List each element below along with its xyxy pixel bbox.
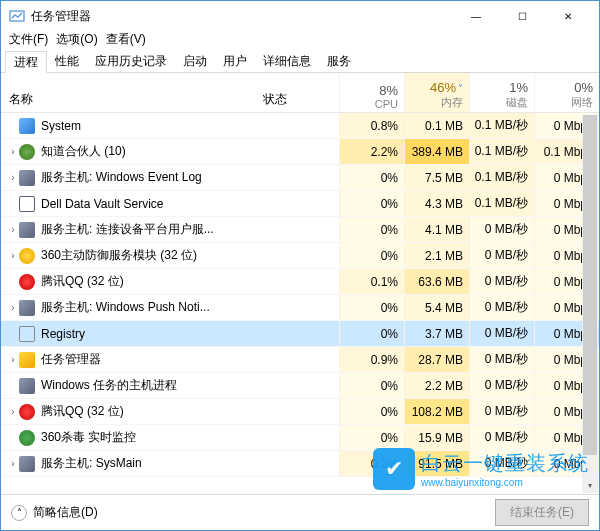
fewer-details-link[interactable]: 简略信息(D) — [33, 504, 98, 521]
expand-icon[interactable]: › — [1, 406, 19, 417]
process-icon — [19, 456, 35, 472]
cpu-cell: 0% — [339, 243, 404, 268]
scrollbar[interactable]: ▾ — [582, 115, 598, 493]
disk-cell: 0 MB/秒 — [469, 373, 534, 398]
tab-startup[interactable]: 启动 — [175, 51, 215, 72]
disk-cell: 0.1 MB/秒 — [469, 139, 534, 164]
expand-icon[interactable]: › — [1, 458, 19, 469]
maximize-button[interactable]: ☐ — [499, 1, 545, 31]
cpu-cell: 0% — [339, 321, 404, 346]
memory-cell: 4.1 MB — [404, 217, 469, 242]
disk-cell: 0.1 MB/秒 — [469, 113, 534, 138]
tab-processes[interactable]: 进程 — [5, 51, 47, 73]
cpu-cell: 0% — [339, 373, 404, 398]
expand-icon[interactable]: › — [1, 250, 19, 261]
menu-view[interactable]: 查看(V) — [106, 31, 146, 51]
process-icon — [19, 430, 35, 446]
process-name: Dell Data Vault Service — [41, 197, 259, 211]
process-row[interactable]: ›360主动防御服务模块 (32 位)0%2.1 MB0 MB/秒0 Mbps — [1, 243, 599, 269]
process-row[interactable]: ›服务主机: Windows Push Noti...0%5.4 MB0 MB/… — [1, 295, 599, 321]
header-cpu[interactable]: 8% CPU — [339, 73, 404, 112]
process-row[interactable]: ›腾讯QQ (32 位)0%108.2 MB0 MB/秒0 Mbps — [1, 399, 599, 425]
disk-cell: 0 MB/秒 — [469, 399, 534, 424]
process-row[interactable]: Registry0%3.7 MB0 MB/秒0 Mbps — [1, 321, 599, 347]
disk-cell: 0 MB/秒 — [469, 347, 534, 372]
scrollbar-down-icon[interactable]: ▾ — [582, 477, 598, 493]
expand-icon[interactable]: › — [1, 354, 19, 365]
header-network[interactable]: 0% 网络 — [534, 73, 599, 112]
expand-icon[interactable]: › — [1, 224, 19, 235]
cpu-cell: 0% — [339, 295, 404, 320]
sort-chevron-icon: ˅ — [458, 83, 463, 94]
tab-performance[interactable]: 性能 — [47, 51, 87, 72]
header-disk[interactable]: 1% 磁盘 — [469, 73, 534, 112]
process-row[interactable]: Windows 任务的主机进程0%2.2 MB0 MB/秒0 Mbps — [1, 373, 599, 399]
menubar: 文件(F) 选项(O) 查看(V) — [1, 31, 599, 51]
process-list[interactable]: System0.8%0.1 MB0.1 MB/秒0 Mbps›知道合伙人 (10… — [1, 113, 599, 483]
window-title: 任务管理器 — [31, 8, 453, 25]
cpu-cell: 0% — [339, 191, 404, 216]
process-icon — [19, 274, 35, 290]
menu-file[interactable]: 文件(F) — [9, 31, 48, 51]
scrollbar-thumb[interactable] — [583, 115, 597, 455]
memory-cell: 28.7 MB — [404, 347, 469, 372]
process-name: 360杀毒 实时监控 — [41, 429, 259, 446]
header-status[interactable]: 状态 — [259, 73, 339, 112]
disk-cell: 0 MB/秒 — [469, 425, 534, 450]
process-row[interactable]: ›知道合伙人 (10)2.2%389.4 MB0.1 MB/秒0.1 Mbps — [1, 139, 599, 165]
cpu-cell: 0.1% — [339, 269, 404, 294]
close-button[interactable]: ✕ — [545, 1, 591, 31]
expand-icon[interactable]: › — [1, 302, 19, 313]
process-icon — [19, 248, 35, 264]
process-row[interactable]: Dell Data Vault Service0%4.3 MB0.1 MB/秒0… — [1, 191, 599, 217]
memory-cell: 108.2 MB — [404, 399, 469, 424]
process-name: System — [41, 119, 259, 133]
titlebar[interactable]: 任务管理器 — ☐ ✕ — [1, 1, 599, 31]
process-name: 服务主机: SysMain — [41, 455, 259, 472]
menu-options[interactable]: 选项(O) — [56, 31, 97, 51]
process-name: Registry — [41, 327, 259, 341]
process-name: 服务主机: 连接设备平台用户服... — [41, 221, 259, 238]
disk-cell: 0.1 MB/秒 — [469, 191, 534, 216]
process-icon — [19, 222, 35, 238]
process-row[interactable]: 腾讯QQ (32 位)0.1%63.6 MB0 MB/秒0 Mbps — [1, 269, 599, 295]
memory-cell: 389.4 MB — [404, 139, 469, 164]
app-icon — [9, 8, 25, 24]
tab-app-history[interactable]: 应用历史记录 — [87, 51, 175, 72]
memory-cell: 0.1 MB — [404, 113, 469, 138]
process-icon — [19, 144, 35, 160]
end-task-button[interactable]: 结束任务(E) — [495, 499, 589, 526]
cpu-cell: 0.8% — [339, 113, 404, 138]
disk-cell: 0 MB/秒 — [469, 269, 534, 294]
cpu-cell: 0.9% — [339, 347, 404, 372]
cpu-cell: 2.2% — [339, 139, 404, 164]
footer: ˄ 简略信息(D) 结束任务(E) — [1, 494, 599, 530]
process-icon — [19, 326, 35, 342]
tab-services[interactable]: 服务 — [319, 51, 359, 72]
cpu-cell: 0% — [339, 399, 404, 424]
process-row[interactable]: ›服务主机: Windows Event Log0%7.5 MB0.1 MB/秒… — [1, 165, 599, 191]
disk-cell: 0 MB/秒 — [469, 451, 534, 476]
cpu-cell: 0% — [339, 425, 404, 450]
expand-icon[interactable]: › — [1, 146, 19, 157]
tab-users[interactable]: 用户 — [215, 51, 255, 72]
process-row[interactable]: 360杀毒 实时监控0%15.9 MB0 MB/秒0 Mbps — [1, 425, 599, 451]
process-row[interactable]: ›服务主机: SysMain0.2%91.5 MB0 MB/秒0 Mbps — [1, 451, 599, 477]
process-row[interactable]: System0.8%0.1 MB0.1 MB/秒0 Mbps — [1, 113, 599, 139]
process-row[interactable]: ›服务主机: 连接设备平台用户服...0%4.1 MB0 MB/秒0 Mbps — [1, 217, 599, 243]
process-icon — [19, 300, 35, 316]
memory-cell: 15.9 MB — [404, 425, 469, 450]
process-name: 腾讯QQ (32 位) — [41, 403, 259, 420]
expand-icon[interactable]: › — [1, 172, 19, 183]
cpu-cell: 0.2% — [339, 451, 404, 476]
fewer-details-chevron-icon[interactable]: ˄ — [11, 505, 27, 521]
memory-cell: 2.2 MB — [404, 373, 469, 398]
process-row[interactable]: ›任务管理器0.9%28.7 MB0 MB/秒0 Mbps — [1, 347, 599, 373]
disk-cell: 0 MB/秒 — [469, 321, 534, 346]
disk-cell: 0 MB/秒 — [469, 243, 534, 268]
minimize-button[interactable]: — — [453, 1, 499, 31]
tab-details[interactable]: 详细信息 — [255, 51, 319, 72]
process-icon — [19, 352, 35, 368]
header-memory[interactable]: 46%˅ 内存 — [404, 73, 469, 112]
header-name[interactable]: 名称 — [1, 73, 259, 112]
